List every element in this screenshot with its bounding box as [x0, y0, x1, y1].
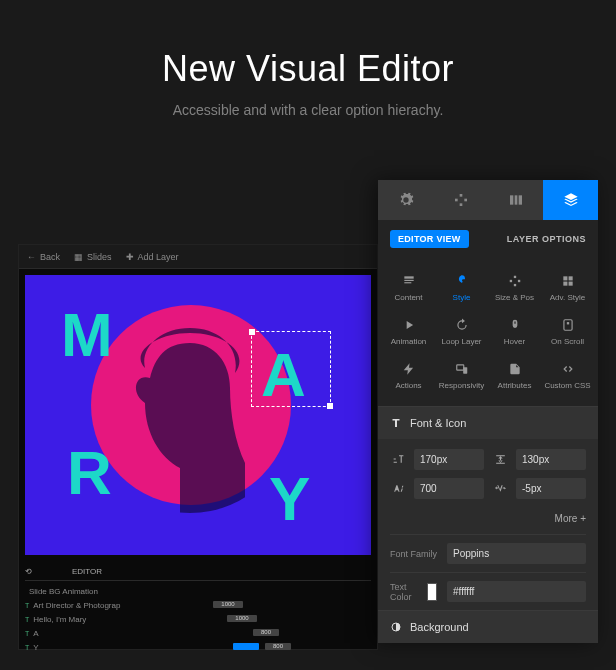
line-height-input[interactable]	[516, 449, 586, 470]
svg-rect-17	[563, 276, 567, 280]
animation-icon	[402, 318, 416, 332]
canvas-letter-r[interactable]: R	[67, 437, 112, 508]
svg-rect-20	[568, 282, 572, 286]
option-onscroll[interactable]: On Scroll	[541, 310, 594, 354]
line-height-icon	[492, 453, 508, 466]
svg-point-12	[463, 278, 464, 279]
option-grid: ContentStyleSize & PosAdv. StyleAnimatio…	[378, 258, 598, 406]
option-customcss[interactable]: Custom CSS	[541, 354, 594, 398]
text-icon	[390, 417, 402, 429]
svg-rect-2	[464, 199, 467, 202]
timeline-row[interactable]: TY800	[25, 640, 371, 654]
timeline-col-editor: EDITOR	[72, 567, 102, 576]
svg-rect-5	[514, 195, 517, 204]
svg-rect-8	[404, 280, 413, 281]
more-button[interactable]: More +	[378, 509, 598, 534]
text-color-swatch[interactable]	[427, 583, 437, 601]
customcss-icon	[561, 362, 575, 376]
options-panel: EDITOR VIEW LAYER OPTIONS ContentStyleSi…	[378, 180, 598, 643]
text-color-label: Text Color	[390, 582, 417, 602]
add-layer-button[interactable]: ✚ Add Layer	[126, 252, 179, 262]
svg-rect-22	[566, 322, 568, 324]
background-icon	[390, 621, 402, 633]
svg-rect-3	[459, 203, 462, 206]
letter-spacing-input[interactable]	[516, 478, 586, 499]
selection-box[interactable]	[251, 331, 331, 407]
option-hover[interactable]: Hover	[488, 310, 541, 354]
option-advstyle[interactable]: Adv. Style	[541, 266, 594, 310]
svg-rect-16	[513, 284, 515, 286]
option-style[interactable]: Style	[435, 266, 488, 310]
back-button[interactable]: ← Back	[27, 252, 60, 262]
canvas-letter-y[interactable]: Y	[269, 463, 310, 534]
svg-point-11	[461, 276, 462, 277]
panel-tabs	[378, 180, 598, 220]
option-sizepos[interactable]: Size & Pos	[488, 266, 541, 310]
timeline-row[interactable]: Slide BG Animation	[25, 584, 371, 598]
content-icon	[402, 274, 416, 288]
font-size-icon	[390, 453, 406, 466]
font-weight-input[interactable]	[414, 478, 484, 499]
svg-rect-6	[518, 195, 521, 204]
tab-slide[interactable]	[488, 180, 543, 220]
attributes-icon	[508, 362, 522, 376]
font-family-label: Font Family	[390, 549, 437, 559]
svg-rect-4	[510, 195, 513, 204]
advstyle-icon	[561, 274, 575, 288]
timeline: ⟲ EDITOR Slide BG AnimationTArt Director…	[19, 561, 377, 658]
option-actions[interactable]: Actions	[382, 354, 435, 398]
actions-icon	[402, 362, 416, 376]
responsivity-icon	[455, 362, 469, 376]
font-family-select[interactable]	[447, 543, 586, 564]
panel-subheader: EDITOR VIEW LAYER OPTIONS	[378, 220, 598, 258]
svg-point-10	[458, 278, 459, 279]
option-animation[interactable]: Animation	[382, 310, 435, 354]
svg-rect-21	[563, 320, 571, 331]
svg-rect-7	[404, 276, 413, 278]
svg-rect-23	[456, 365, 463, 370]
hero-title: New Visual Editor	[20, 48, 596, 90]
font-weight-icon	[390, 482, 406, 495]
tab-settings[interactable]	[378, 180, 433, 220]
tab-layers[interactable]	[543, 180, 598, 220]
svg-rect-9	[404, 282, 411, 283]
canvas[interactable]: M A R Y	[25, 275, 371, 555]
editor-window: ← Back ▦ Slides ✚ Add Layer M A R Y ⟲ ED…	[18, 244, 378, 650]
font-form	[378, 439, 598, 509]
tab-navigation[interactable]	[433, 180, 488, 220]
canvas-letter-m[interactable]: M	[61, 299, 113, 370]
section-background[interactable]: Background	[378, 610, 598, 643]
section-font-icon[interactable]: Font & Icon	[378, 406, 598, 439]
svg-rect-15	[517, 280, 519, 282]
editor-view-pill[interactable]: EDITOR VIEW	[390, 230, 469, 248]
svg-rect-24	[463, 367, 467, 373]
text-color-input[interactable]	[447, 581, 586, 602]
editor-toolbar: ← Back ▦ Slides ✚ Add Layer	[19, 245, 377, 269]
option-looplayer[interactable]: Loop Layer	[435, 310, 488, 354]
timeline-row[interactable]: TA800	[25, 626, 371, 640]
sizepos-icon	[508, 274, 522, 288]
timeline-row[interactable]: TArt Director & Photograp1000	[25, 598, 371, 612]
letter-spacing-icon	[492, 482, 508, 495]
hero-subtitle: Accessible and with a clear option hiera…	[20, 102, 596, 118]
svg-rect-14	[509, 280, 511, 282]
timeline-row[interactable]: THello, I'm Mary1000	[25, 612, 371, 626]
option-attributes[interactable]: Attributes	[488, 354, 541, 398]
layer-options-label: LAYER OPTIONS	[507, 234, 586, 244]
svg-rect-19	[563, 282, 567, 286]
looplayer-icon	[455, 318, 469, 332]
slides-button[interactable]: ▦ Slides	[74, 252, 112, 262]
option-content[interactable]: Content	[382, 266, 435, 310]
hover-icon	[508, 318, 522, 332]
svg-rect-13	[513, 276, 515, 278]
style-icon	[455, 274, 469, 288]
svg-rect-0	[459, 194, 462, 197]
svg-rect-1	[455, 199, 458, 202]
onscroll-icon	[561, 318, 575, 332]
font-size-input[interactable]	[414, 449, 484, 470]
option-responsivity[interactable]: Responsivity	[435, 354, 488, 398]
svg-rect-18	[568, 276, 572, 280]
